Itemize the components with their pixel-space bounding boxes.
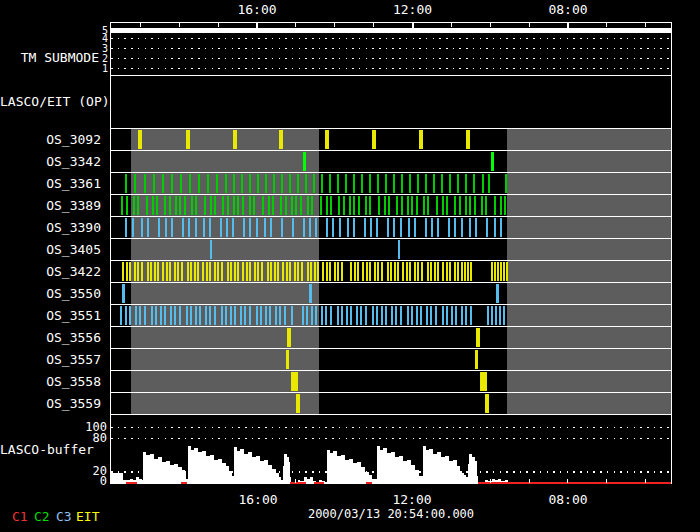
event-tick-OS_3422 <box>154 262 156 282</box>
event-tick-OS_3390 <box>332 218 334 238</box>
event-tick-OS_3361 <box>353 174 355 194</box>
event-tick-OS_3361 <box>144 174 146 194</box>
event-tick-OS_3551 <box>435 306 437 326</box>
event-tick-OS_3361 <box>162 174 164 194</box>
event-tick-OS_3422 <box>421 262 423 282</box>
event-tick-OS_3551 <box>411 306 413 326</box>
event-tick-OS_3092 <box>325 130 329 150</box>
event-tick-OS_3389 <box>481 196 483 216</box>
event-tick-OS_3551 <box>470 306 472 326</box>
event-tick-OS_3551 <box>244 306 246 326</box>
event-tick-OS_3389 <box>494 196 496 216</box>
event-tick-OS_3422 <box>467 262 469 282</box>
event-tick-OS_3389 <box>407 196 409 216</box>
event-tick-OS_3422 <box>294 262 296 282</box>
event-tick-OS_3389 <box>175 196 177 216</box>
event-tick-OS_3389 <box>253 196 255 216</box>
event-tick-OS_3389 <box>210 196 212 216</box>
event-tick-OS_3422 <box>190 262 192 282</box>
event-tick-OS_3422 <box>341 262 343 282</box>
top-axis-label: 12:00 <box>383 3 443 16</box>
plot-canvas <box>0 0 700 532</box>
event-tick-OS_3361 <box>233 174 235 194</box>
event-tick-OS_3361 <box>153 174 155 194</box>
event-tick-OS_3422 <box>369 262 371 282</box>
row-label-OS_3342: OS_3342 <box>0 155 101 168</box>
event-tick-OS_3389 <box>384 196 386 216</box>
legend-item-C1: C1 <box>12 510 28 523</box>
event-tick-OS_3422 <box>209 262 211 282</box>
event-tick-OS_3422 <box>157 262 159 282</box>
event-tick-OS_3551 <box>451 306 453 326</box>
event-tick-OS_3422 <box>329 262 331 282</box>
event-tick-OS_3390 <box>270 218 272 238</box>
row-label-OS_3550: OS_3550 <box>0 287 101 300</box>
event-tick-OS_3361 <box>401 174 403 194</box>
event-tick-OS_3422 <box>221 262 223 282</box>
event-tick-OS_3389 <box>442 196 444 216</box>
event-tick-OS_3361 <box>171 174 173 194</box>
event-tick-OS_3389 <box>446 196 448 216</box>
event-tick-OS_3422 <box>166 262 168 282</box>
event-tick-OS_3361 <box>273 174 275 194</box>
event-tick-OS_3551 <box>256 306 258 326</box>
event-tick-OS_3422 <box>217 262 219 282</box>
event-tick-OS_3390 <box>408 218 410 238</box>
event-tick-OS_3389 <box>485 196 487 216</box>
event-tick-OS_3551 <box>129 306 131 326</box>
no-data-red-segment <box>290 482 306 485</box>
event-tick-OS_3361 <box>281 174 283 194</box>
event-tick-OS_3390 <box>243 218 245 238</box>
event-tick-OS_3551 <box>160 306 162 326</box>
event-tick-OS_3361 <box>465 174 467 194</box>
event-tick-OS_3389 <box>423 196 425 216</box>
event-tick-OS_3390 <box>209 218 211 238</box>
event-tick-OS_3422 <box>337 262 339 282</box>
event-tick-OS_3422 <box>334 262 336 282</box>
observing-band <box>507 128 672 414</box>
event-tick-OS_3390 <box>393 218 395 238</box>
event-tick-OS_3389 <box>285 196 287 216</box>
event-tick-OS_3422 <box>414 262 416 282</box>
event-tick-OS_3551 <box>499 306 501 326</box>
event-tick-OS_3361 <box>134 174 136 194</box>
event-tick-OS_3422 <box>206 262 208 282</box>
event-tick-OS_3389 <box>358 196 360 216</box>
event-tick-OS_3390 <box>182 218 184 238</box>
buffer-ytick-label: 80 <box>0 432 107 444</box>
event-tick-OS_3092 <box>138 130 142 150</box>
event-tick-OS_3092 <box>233 130 237 150</box>
event-tick-OS_3389 <box>330 196 332 216</box>
event-tick-OS_3551 <box>350 306 352 326</box>
event-tick-OS_3550 <box>496 284 499 304</box>
event-tick-OS_3556 <box>476 328 480 348</box>
tm-level-label: 1 <box>0 64 108 74</box>
event-tick-OS_3389 <box>454 196 456 216</box>
event-tick-OS_3361 <box>180 174 182 194</box>
event-tick-OS_3422 <box>274 262 276 282</box>
event-tick-OS_3422 <box>162 262 164 282</box>
event-tick-OS_3361 <box>361 174 363 194</box>
no-data-red-segment <box>314 482 324 485</box>
top-axis-label: 16:00 <box>227 3 287 16</box>
event-tick-OS_3390 <box>437 218 439 238</box>
event-tick-OS_3361 <box>393 174 395 194</box>
event-tick-OS_3422 <box>434 262 436 282</box>
event-tick-OS_3390 <box>425 218 427 238</box>
event-tick-OS_3551 <box>391 306 393 326</box>
event-tick-OS_3558 <box>480 372 487 392</box>
event-tick-OS_3389 <box>164 196 166 216</box>
tm-level-label: 3 <box>0 44 108 54</box>
event-tick-OS_3361 <box>289 174 291 194</box>
bottom-axis-label: 12:00 <box>382 493 442 506</box>
event-tick-OS_3422 <box>494 262 496 282</box>
event-tick-OS_3422 <box>202 262 204 282</box>
event-tick-OS_3389 <box>504 196 506 216</box>
event-tick-OS_3550 <box>122 284 125 304</box>
event-tick-OS_3551 <box>260 306 262 326</box>
event-tick-OS_3361 <box>249 174 251 194</box>
event-tick-OS_3389 <box>242 196 244 216</box>
event-tick-OS_3390 <box>195 218 197 238</box>
event-tick-OS_3551 <box>442 306 444 326</box>
event-tick-OS_3551 <box>407 306 409 326</box>
